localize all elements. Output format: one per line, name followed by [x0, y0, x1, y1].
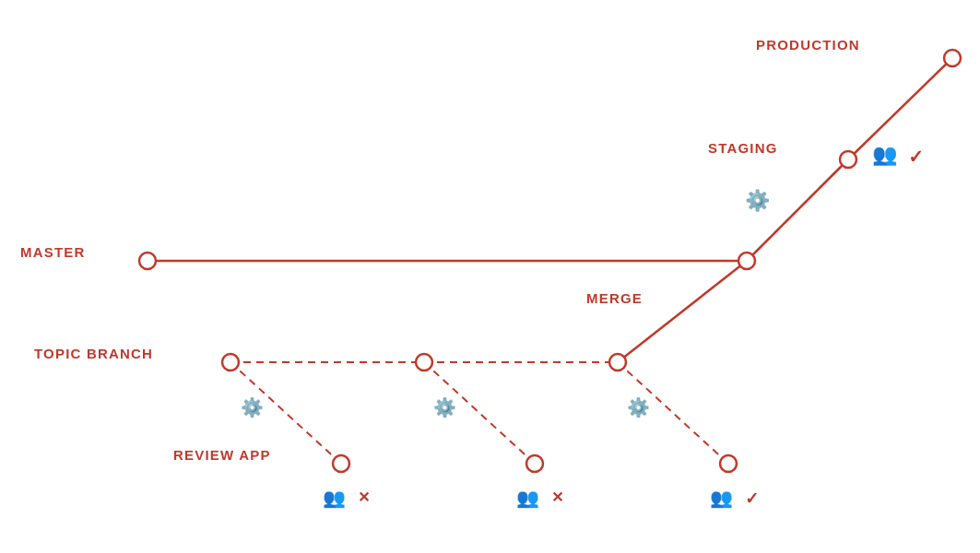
- review-app-label: REVIEW APP: [173, 447, 271, 463]
- check-icon-review3: ✓: [745, 488, 759, 509]
- gear-icon-review1: ⚙️: [241, 396, 264, 418]
- x-icon-review2: ✕: [551, 488, 563, 506]
- staging-label: STAGING: [708, 140, 778, 156]
- gear-icon-review2: ⚙️: [433, 396, 456, 418]
- svg-point-18: [333, 455, 349, 472]
- diagram-svg: .line-solid { stroke: #c0392b; stroke-wi…: [0, 0, 980, 553]
- svg-line-7: [618, 261, 747, 362]
- gear-icon-review3: ⚙️: [627, 396, 650, 418]
- svg-point-12: [738, 253, 755, 269]
- svg-point-19: [526, 455, 543, 472]
- topic-branch-label: TOPIC BRANCH: [34, 346, 153, 361]
- gear-icon-staging: ⚙️: [745, 189, 770, 213]
- svg-point-16: [416, 354, 432, 371]
- x-icon-review1: ✕: [358, 488, 370, 506]
- production-label: PRODUCTION: [756, 37, 860, 53]
- people-icon-review3: 👥: [710, 487, 733, 509]
- svg-point-11: [139, 253, 156, 269]
- svg-point-20: [720, 455, 737, 472]
- svg-point-15: [222, 354, 239, 371]
- svg-point-13: [840, 151, 856, 168]
- check-icon-staging: ✓: [908, 146, 924, 168]
- people-icon-review1: 👥: [323, 487, 346, 509]
- master-label: MASTER: [20, 244, 86, 260]
- diagram-container: .line-solid { stroke: #c0392b; stroke-wi…: [0, 0, 980, 553]
- svg-point-17: [609, 354, 626, 371]
- merge-label: MERGE: [586, 290, 643, 306]
- svg-line-2: [848, 58, 952, 159]
- people-icon-staging: 👥: [872, 143, 897, 167]
- people-icon-review2: 👥: [516, 487, 539, 509]
- svg-point-14: [944, 50, 961, 66]
